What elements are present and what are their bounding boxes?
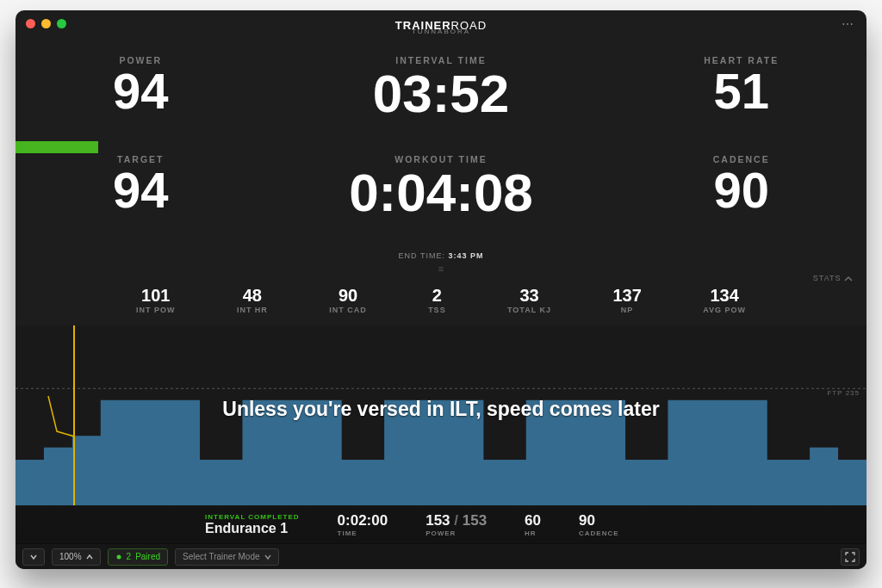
stat-cell: 134AVG POW <box>703 286 746 325</box>
summary-cadence: 90 CADENCE <box>579 512 619 537</box>
devices-paired-button[interactable]: 2Paired <box>108 548 168 566</box>
stat-cell: 2TSS <box>428 286 446 325</box>
chevron-up-icon <box>86 554 93 560</box>
chevron-down-icon <box>264 554 271 560</box>
svg-point-2 <box>116 554 121 559</box>
interval-summary: INTERVAL COMPLETED Endurance 1 0:02:00 T… <box>16 505 866 543</box>
stat-cell: 33TOTAL KJ <box>507 286 551 325</box>
coach-message: Unless you're versed in ILT, speed comes… <box>16 398 866 421</box>
chevron-down-icon <box>30 554 37 560</box>
secondary-stats: 101INT POW48INT HR90INT CAD2TSS33TOTAL K… <box>136 286 746 325</box>
stat-cell: 101INT POW <box>136 286 176 325</box>
collapse-button[interactable] <box>22 548 45 566</box>
footer-bar: 100% 2Paired Select Trainer Mode <box>16 543 866 569</box>
summary-interval-name: Endurance 1 <box>205 521 300 536</box>
fullscreen-icon <box>845 552 855 562</box>
summary-name: INTERVAL COMPLETED Endurance 1 <box>205 513 300 536</box>
drag-handle-icon[interactable]: ≡ <box>16 263 866 274</box>
summary-power: 153 / 153 POWER <box>425 512 487 537</box>
metric-value: 94 <box>16 164 266 217</box>
zoom-control[interactable]: 100% <box>52 548 101 566</box>
metric-value: 94 <box>16 65 266 118</box>
metric-interval-time: INTERVAL TIME 03:52 <box>266 50 617 149</box>
interval-progress <box>16 141 98 153</box>
summary-status: INTERVAL COMPLETED <box>205 513 300 521</box>
stats-toggle[interactable]: STATS <box>813 274 853 282</box>
metric-workout-time: WORKOUT TIME 0:04:08 <box>266 149 617 248</box>
summary-hr: 60 HR <box>525 512 541 537</box>
stat-cell: 48INT HR <box>237 286 268 325</box>
end-time: END TIME: 3:43 PM <box>16 251 866 260</box>
sensor-icon <box>115 553 122 561</box>
metric-power: POWER 94 <box>16 50 266 149</box>
metric-value: 03:52 <box>266 65 617 121</box>
app-window: TRAINERROAD ⋯ TUNNABORA POWER 94 INTERVA… <box>16 10 866 569</box>
stat-cell: 90INT CAD <box>329 286 367 325</box>
trainer-mode-select[interactable]: Select Trainer Mode <box>175 548 279 566</box>
stat-cell: 137NP <box>612 286 641 325</box>
metric-value: 0:04:08 <box>266 164 617 220</box>
fullscreen-button[interactable] <box>841 548 860 566</box>
metric-value: 51 <box>616 65 866 118</box>
summary-time: 0:02:00 TIME <box>338 512 388 537</box>
ftp-label: FTP 235 <box>827 389 860 397</box>
metric-cadence: CADENCE 90 <box>616 149 866 248</box>
metric-value: 90 <box>616 164 866 217</box>
metric-target: TARGET 94 <box>16 149 266 248</box>
primary-metrics: POWER 94 INTERVAL TIME 03:52 HEART RATE … <box>16 50 866 248</box>
metric-heart-rate: HEART RATE 51 <box>616 50 866 149</box>
workout-name: TUNNABORA <box>16 28 866 35</box>
